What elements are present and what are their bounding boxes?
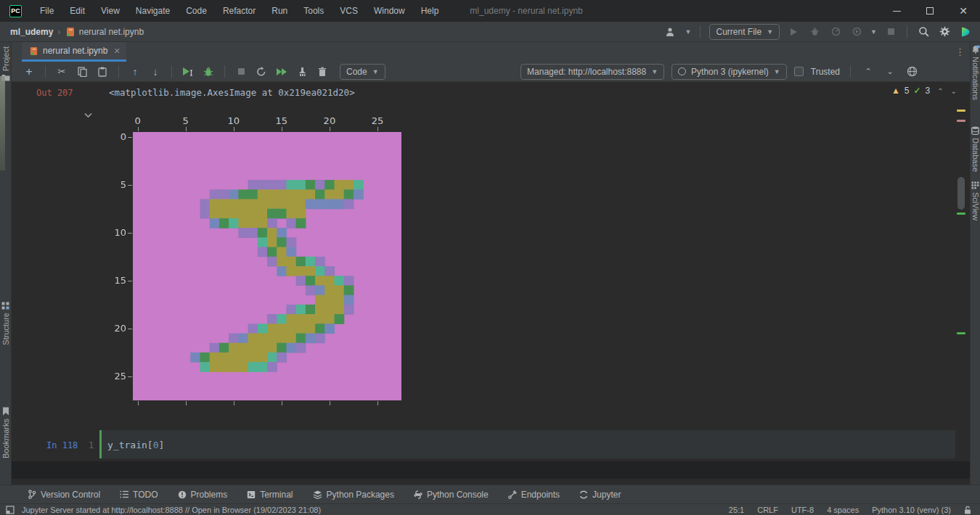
interrupt-kernel-button[interactable] <box>234 65 248 79</box>
move-cell-down-button[interactable]: ↓ <box>148 65 163 79</box>
tool-window-switcher-icon[interactable] <box>6 506 15 514</box>
run-with-coverage-button[interactable] <box>849 25 864 39</box>
tab-close-icon[interactable]: ✕ <box>113 46 120 56</box>
stripe-label: Project <box>1 46 10 71</box>
y-tick-mark <box>128 329 132 329</box>
toolwindow-button-python-console[interactable]: Python Console <box>414 490 489 500</box>
console-icon <box>414 490 422 499</box>
debug-cell-button[interactable] <box>201 65 216 79</box>
run-cell-button[interactable] <box>181 65 195 79</box>
grid-icon <box>971 181 979 189</box>
trusted-checkbox[interactable] <box>794 67 804 76</box>
move-cell-up-button[interactable]: ↑ <box>128 65 142 79</box>
toolwindow-button-terminal[interactable]: Terminal <box>247 490 293 500</box>
packages-icon <box>313 490 322 499</box>
toolwindow-button-python-packages[interactable]: Python Packages <box>313 490 394 500</box>
learn-plugin-icon[interactable] <box>958 25 973 39</box>
share-user-icon[interactable] <box>664 25 679 39</box>
menu-item-vcs[interactable]: VCS <box>332 0 366 22</box>
status-right: 25:1 CRLF UTF-8 4 spaces Python 3.10 (ve… <box>729 506 971 514</box>
separator <box>907 25 907 38</box>
delete-cell-button[interactable] <box>315 65 330 79</box>
menu-item-edit[interactable]: Edit <box>62 0 93 22</box>
close-button[interactable]: ✕ <box>947 0 980 22</box>
toolwindow-button-version-control[interactable]: Version Control <box>28 490 100 500</box>
run-button[interactable] <box>786 25 801 39</box>
run-all-cells-button[interactable] <box>274 65 289 79</box>
editor-options-icon[interactable]: ⋮ <box>955 46 965 57</box>
kernel-select[interactable]: Python 3 (ipykernel) ▼ <box>671 64 787 80</box>
menu-item-tools[interactable]: Tools <box>295 0 332 22</box>
inspections-widget[interactable]: ▲ 5 ✓ 3 ⌃ ⌄ <box>891 86 957 96</box>
restart-kernel-button[interactable] <box>254 65 269 79</box>
menu-item-refactor[interactable]: Refactor <box>215 0 264 22</box>
server-select[interactable]: Managed: http://localhost:8888 ▼ <box>520 64 664 80</box>
cut-cell-button[interactable]: ✂ <box>54 65 69 79</box>
toolwindow-button-todo[interactable]: TODO <box>120 490 158 500</box>
prev-problem-chevron-icon[interactable]: ⌃ <box>937 87 943 95</box>
stripe-button-structure[interactable]: Structure <box>0 302 11 345</box>
minimize-button[interactable] <box>880 0 913 22</box>
code-cell[interactable] <box>99 430 955 458</box>
stripe-button-notifications[interactable]: Notifications <box>971 45 980 100</box>
indent-setting[interactable]: 4 spaces <box>827 506 859 514</box>
file-encoding[interactable]: UTF-8 <box>791 506 814 514</box>
stripe-button-sciview[interactable]: SciView <box>971 181 980 221</box>
maximize-button[interactable] <box>913 0 947 22</box>
clear-outputs-button[interactable] <box>295 65 309 79</box>
collapse-output-chevron-icon[interactable] <box>84 112 92 118</box>
toolwindow-button-problems[interactable]: Problems <box>178 490 228 500</box>
line-separator[interactable]: CRLF <box>757 506 778 514</box>
tab-nerural-net-ipynb[interactable]: nerural net.ipynb ✕ <box>22 42 126 62</box>
menu-item-view[interactable]: View <box>93 0 128 22</box>
scrollbar-thumb[interactable] <box>957 177 965 210</box>
window-controls: ✕ <box>880 0 980 22</box>
code-line[interactable]: y_train[0] <box>107 440 164 450</box>
cell-separator-band <box>12 461 970 479</box>
search-everywhere-icon[interactable] <box>916 25 931 39</box>
open-in-browser-globe-icon[interactable] <box>905 65 919 79</box>
settings-gear-icon[interactable] <box>937 25 952 39</box>
x-tick-mark-bottom <box>234 401 234 405</box>
profiler-button[interactable] <box>828 25 843 39</box>
menu-item-file[interactable]: File <box>32 0 62 22</box>
separator <box>45 65 46 78</box>
menu-item-navigate[interactable]: Navigate <box>128 0 178 22</box>
menu-item-run[interactable]: Run <box>264 0 295 22</box>
bell-icon <box>971 45 980 54</box>
toolwindow-button-jupyter[interactable]: Jupyter <box>579 490 621 500</box>
database-icon <box>971 126 979 135</box>
problems-icon <box>178 490 187 499</box>
paste-cell-button[interactable] <box>95 65 110 79</box>
toolwindow-button-endpoints[interactable]: Endpoints <box>508 490 560 500</box>
debug-button[interactable] <box>807 25 822 39</box>
scrollbar-error-mark <box>957 120 965 122</box>
window-title: ml_udemy - nerural net.ipynb <box>470 6 582 16</box>
breadcrumb: ml_udemy › nerural net.ipynb <box>10 26 144 37</box>
breadcrumb-project[interactable]: ml_udemy <box>10 27 53 37</box>
next-problem-chevron-icon[interactable]: ⌄ <box>951 87 957 95</box>
python-interpreter[interactable]: Python 3.10 (venv) (3) <box>872 506 951 514</box>
next-cell-chevron-icon[interactable]: ⌄ <box>883 65 897 79</box>
cell-type-select[interactable]: Code ▼ <box>340 64 385 80</box>
stop-button[interactable] <box>883 25 898 39</box>
write-lock-icon[interactable] <box>964 506 971 514</box>
stripe-button-bookmarks[interactable]: Bookmarks <box>0 407 11 458</box>
menu-bar: FileEditViewNavigateCodeRefactorRunTools… <box>32 0 446 22</box>
caret-position[interactable]: 25:1 <box>729 506 744 514</box>
menu-item-window[interactable]: Window <box>366 0 413 22</box>
breadcrumb-file[interactable]: nerural net.ipynb <box>65 27 144 37</box>
run-configuration-select[interactable]: Current File ▼ <box>709 24 780 40</box>
previous-cell-chevron-icon[interactable]: ⌃ <box>861 65 875 79</box>
add-cell-button[interactable]: + <box>22 65 36 79</box>
terminal-icon <box>247 490 256 499</box>
stripe-button-database[interactable]: Database <box>971 126 980 172</box>
share-dropdown-caret-icon[interactable]: ▼ <box>685 28 692 36</box>
stripe-label: Database <box>971 138 980 172</box>
out-cell-gutter-label: Out 207 <box>36 88 73 98</box>
menu-item-code[interactable]: Code <box>178 0 215 22</box>
menu-item-help[interactable]: Help <box>413 0 447 22</box>
coverage-caret-icon[interactable]: ▼ <box>870 28 877 36</box>
copy-cell-button[interactable] <box>75 65 89 79</box>
code-text: y_train[ <box>107 440 153 450</box>
